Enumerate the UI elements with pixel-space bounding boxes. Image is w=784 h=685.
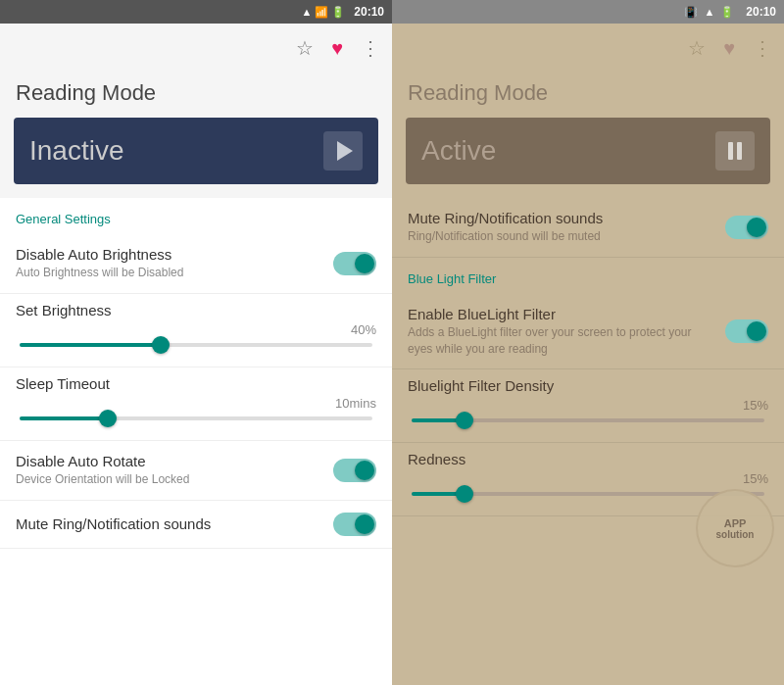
set-brightness-thumb[interactable] xyxy=(152,336,170,354)
disable-auto-rotate-desc: Device Orientation will be Locked xyxy=(16,471,318,488)
disable-auto-brightness-title: Disable Auto Brightness xyxy=(16,246,318,263)
sleep-timeout-track[interactable] xyxy=(20,416,372,420)
redness-thumb[interactable] xyxy=(456,485,473,503)
left-status-icons: ▲ 📶 🔋 20:10 xyxy=(301,5,384,19)
set-brightness-label: Set Brightness xyxy=(16,302,376,322)
left-time: 20:10 xyxy=(354,5,384,19)
set-brightness-track[interactable] xyxy=(20,343,372,347)
right-scroll-content: Mute Ring/Notification sounds Ring/Notif… xyxy=(392,198,784,685)
right-toolbar: ☆ ♥ ⋮ xyxy=(392,24,784,73)
right-signal-icon: ▲ xyxy=(704,6,714,18)
enable-bluelight-desc: Adds a BlueLight filter over your screen… xyxy=(408,324,710,358)
set-brightness-row: Set Brightness 40% xyxy=(0,294,392,367)
right-vibrate-icon: 📳 xyxy=(684,6,698,19)
redness-track[interactable] xyxy=(412,492,764,496)
sleep-timeout-thumb[interactable] xyxy=(99,410,117,427)
left-panel: ▲ 📶 🔋 20:10 ☆ ♥ ⋮ Reading Mode Inactive … xyxy=(0,0,392,685)
disable-auto-rotate-row: Disable Auto Rotate Device Orientation w… xyxy=(0,441,392,501)
bluelight-density-thumb[interactable] xyxy=(456,412,473,429)
bluelight-density-track[interactable] xyxy=(412,418,764,422)
right-star-icon[interactable]: ☆ xyxy=(688,36,706,60)
sleep-timeout-row: Sleep Timeout 10mins xyxy=(0,367,392,441)
set-brightness-fill xyxy=(20,343,161,347)
redness-row: Redness 15% xyxy=(392,443,784,516)
pause-bar-left xyxy=(728,142,733,160)
set-brightness-value: 40% xyxy=(16,322,376,337)
heart-icon[interactable]: ♥ xyxy=(331,37,343,60)
bluelight-density-row: Bluelight Filter Density 15% xyxy=(392,369,784,443)
right-battery-icon: 🔋 xyxy=(720,6,734,19)
left-mute-ring-toggle[interactable] xyxy=(333,513,376,536)
left-play-button[interactable] xyxy=(323,131,363,171)
disable-auto-brightness-info: Disable Auto Brightness Auto Brightness … xyxy=(16,246,333,281)
pause-bar-right xyxy=(737,142,742,160)
disable-auto-rotate-toggle[interactable] xyxy=(333,459,376,482)
right-mute-ring-desc: Ring/Notification sound will be muted xyxy=(408,228,710,245)
left-app-title: Reading Mode xyxy=(0,73,392,118)
left-toolbar: ☆ ♥ ⋮ xyxy=(0,24,392,73)
enable-bluelight-row: Enable BlueLight Filter Adds a BlueLight… xyxy=(392,294,784,370)
disable-auto-rotate-info: Disable Auto Rotate Device Orientation w… xyxy=(16,453,333,488)
right-time: 20:10 xyxy=(746,5,776,19)
right-status-box[interactable]: Active xyxy=(406,118,770,184)
menu-icon[interactable]: ⋮ xyxy=(361,36,380,60)
signal-icon: ▲ xyxy=(301,6,312,18)
bluelight-density-label: Bluelight Filter Density xyxy=(408,377,768,398)
pause-icon xyxy=(728,142,742,160)
star-icon[interactable]: ☆ xyxy=(296,36,314,60)
left-status-label: Inactive xyxy=(29,135,124,167)
enable-bluelight-toggle[interactable] xyxy=(725,319,768,343)
right-app-title: Reading Mode xyxy=(392,73,784,118)
right-pause-button[interactable] xyxy=(715,131,755,171)
right-status-bar: 📳 ▲ 🔋 20:10 xyxy=(392,0,784,24)
general-settings-header: General Settings xyxy=(0,198,392,234)
disable-auto-brightness-row: Disable Auto Brightness Auto Brightness … xyxy=(0,234,392,294)
disable-auto-brightness-desc: Auto Brightness will be Disabled xyxy=(16,265,318,281)
left-scroll-content: General Settings Disable Auto Brightness… xyxy=(0,198,392,685)
right-mute-ring-row: Mute Ring/Notification sounds Ring/Notif… xyxy=(392,198,784,258)
battery-icon: 🔋 xyxy=(331,6,345,19)
bluelight-density-value: 15% xyxy=(408,398,768,413)
enable-bluelight-info: Enable BlueLight Filter Adds a BlueLight… xyxy=(408,306,725,358)
right-mute-ring-toggle[interactable] xyxy=(725,216,768,239)
redness-value: 15% xyxy=(408,471,768,486)
left-status-bar: ▲ 📶 🔋 20:10 xyxy=(0,0,392,24)
disable-auto-rotate-title: Disable Auto Rotate xyxy=(16,453,318,469)
play-icon xyxy=(337,141,353,161)
sleep-timeout-fill xyxy=(20,416,108,420)
disable-auto-brightness-toggle[interactable] xyxy=(333,252,376,275)
right-status-label: Active xyxy=(421,135,496,167)
right-mute-ring-title: Mute Ring/Notification sounds xyxy=(408,210,710,226)
enable-bluelight-title: Enable BlueLight Filter xyxy=(408,306,710,322)
left-mute-ring-info: Mute Ring/Notification sounds xyxy=(16,515,333,532)
left-mute-ring-title: Mute Ring/Notification sounds xyxy=(16,515,318,532)
sleep-timeout-label: Sleep Timeout xyxy=(16,375,376,396)
sleep-timeout-value: 10mins xyxy=(16,396,376,411)
left-status-box[interactable]: Inactive xyxy=(14,118,378,184)
wifi-icon: 📶 xyxy=(315,6,328,19)
right-mute-ring-info: Mute Ring/Notification sounds Ring/Notif… xyxy=(408,210,725,245)
left-mute-ring-row: Mute Ring/Notification sounds xyxy=(0,501,392,549)
redness-label: Redness xyxy=(408,451,768,471)
right-panel: 📳 ▲ 🔋 20:10 ☆ ♥ ⋮ Reading Mode Active Mu… xyxy=(392,0,784,685)
right-menu-icon[interactable]: ⋮ xyxy=(753,36,772,60)
right-heart-icon[interactable]: ♥ xyxy=(723,37,735,60)
blue-light-filter-header: Blue Light Filter xyxy=(392,258,784,294)
